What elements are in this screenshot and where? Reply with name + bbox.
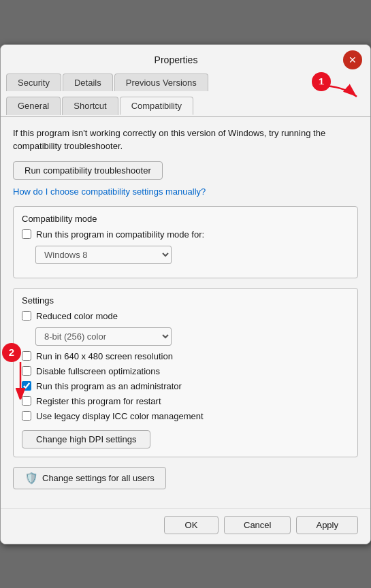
change-dpi-button[interactable]: Change high DPI settings: [22, 430, 150, 448]
properties-window: Properties ✕ 1 Security Details Previous…: [0, 44, 371, 544]
title-bar: Properties ✕: [1, 45, 370, 69]
run-640-row: Run in 640 x 480 screen resolution: [22, 351, 349, 361]
disable-fullscreen-label: Disable fullscreen optimizations: [36, 366, 160, 376]
troubleshoot-button[interactable]: Run compatibility troubleshooter: [13, 161, 163, 180]
apply-button[interactable]: Apply: [296, 516, 358, 534]
disable-fullscreen-checkbox[interactable]: [22, 366, 31, 376]
compat-mode-dropdown[interactable]: Windows 8 Windows 7 Windows Vista Window…: [35, 246, 172, 264]
close-button[interactable]: ✕: [343, 50, 362, 69]
register-restart-checkbox[interactable]: [22, 396, 31, 406]
compat-mode-text: Run this program in compatibility mode f…: [36, 229, 204, 240]
register-restart-row: Register this program for restart: [22, 396, 349, 406]
window-title: Properties: [9, 54, 343, 65]
info-text: If this program isn't working correctly …: [13, 127, 358, 153]
tab-compatibility[interactable]: Compatibility: [120, 97, 193, 115]
tab-details[interactable]: Details: [63, 74, 113, 91]
compat-mode-checkbox-row: Run this program in compatibility mode f…: [22, 229, 349, 240]
run-as-admin-row: Run this program as an administrator: [22, 381, 349, 391]
use-legacy-label: Use legacy display ICC color management: [36, 411, 204, 421]
settings-label: Settings: [22, 295, 349, 306]
run-640-checkbox[interactable]: [22, 351, 31, 361]
shield-icon: 🛡️: [25, 472, 38, 485]
reduced-color-label: Reduced color mode: [36, 311, 118, 321]
use-legacy-row: Use legacy display ICC color management: [22, 411, 349, 421]
disable-fullscreen-row: Disable fullscreen optimizations: [22, 366, 349, 376]
run-640-label: Run in 640 x 480 screen resolution: [36, 351, 173, 361]
change-settings-label: Change settings for all users: [42, 473, 155, 483]
ok-button[interactable]: OK: [164, 516, 219, 534]
register-restart-label: Register this program for restart: [36, 396, 161, 406]
reduced-color-row: Reduced color mode: [22, 311, 349, 321]
color-mode-dropdown[interactable]: 8-bit (256) color 16-bit color: [35, 327, 172, 346]
tab-general[interactable]: General: [6, 97, 61, 115]
cancel-button[interactable]: Cancel: [224, 516, 291, 534]
compat-mode-checkbox[interactable]: [22, 229, 31, 239]
run-as-admin-checkbox[interactable]: [22, 381, 31, 391]
compatibility-mode-label: Compatibility mode: [22, 214, 349, 224]
help-link[interactable]: How do I choose compatibility settings m…: [13, 186, 358, 197]
use-legacy-checkbox[interactable]: [22, 411, 31, 421]
reduced-color-checkbox[interactable]: [22, 311, 31, 321]
tabs-row-1: Security Details Previous Versions: [1, 69, 370, 93]
tab-previous-versions[interactable]: Previous Versions: [114, 74, 208, 91]
tab-shortcut[interactable]: Shortcut: [62, 97, 118, 115]
change-settings-button[interactable]: 🛡️ Change settings for all users: [13, 467, 166, 489]
settings-group: Settings Reduced color mode 8-bit (256) …: [13, 288, 358, 457]
bottom-buttons: OK Cancel Apply: [1, 508, 370, 544]
tabs-row-2: General Shortcut Compatibility: [1, 93, 370, 116]
compatibility-mode-group: Compatibility mode Run this program in c…: [13, 206, 358, 278]
run-as-admin-label: Run this program as an administrator: [36, 381, 182, 391]
tab-content: 2 If this program isn't working correctl…: [1, 116, 370, 508]
tabs-container: 1 Security Details Previous Versions Gen…: [1, 69, 370, 116]
tab-security[interactable]: Security: [6, 74, 61, 91]
